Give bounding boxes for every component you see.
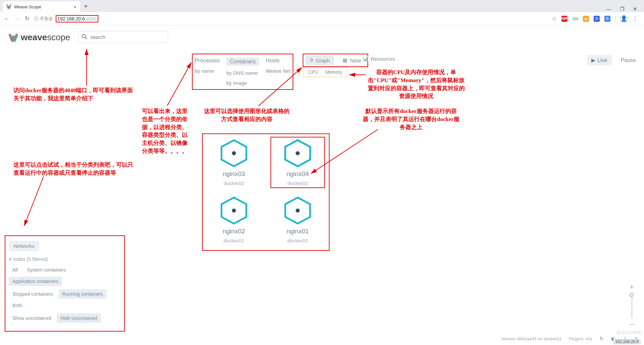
minimize-icon[interactable]: — (606, 6, 611, 12)
bookmark-star-icon[interactable]: ☆ (552, 15, 557, 22)
containers-byimage[interactable]: by image (227, 80, 247, 86)
url-host: 192.168.20.6 (57, 16, 85, 21)
search-box[interactable] (78, 31, 168, 43)
profile-icon[interactable]: 👤 (620, 15, 628, 22)
insecure-label: 不安全 (40, 16, 53, 22)
play-icon: ▶ (591, 57, 595, 63)
processes-byname[interactable]: by name (195, 68, 214, 74)
zoom-handle[interactable] (630, 293, 634, 297)
tab-title: Weave Scope (14, 4, 41, 9)
filter-panel: Networks 4 nodes (5 filtered) All System… (5, 235, 125, 332)
memory-metric-button[interactable]: Memory (326, 69, 343, 75)
browser-menu-icon[interactable]: ⋮ (632, 15, 638, 22)
container-node[interactable]: nginx01docker01 (273, 196, 323, 243)
nodes-count: 4 nodes (5 filtered) (9, 256, 121, 262)
container-node[interactable]: nginx03docker02 (209, 139, 259, 186)
node-host: docker02 (224, 180, 244, 186)
container-node[interactable]: nginx04docker02 (270, 137, 325, 188)
address-bar: ← → ↻ ⓘ不安全 192.168.20.6:4040 ☆ ABP 200 ◐… (0, 12, 644, 25)
back-button[interactable]: ← (4, 15, 10, 22)
weave-favicon (6, 4, 11, 10)
anno-nodes: 默认显示所有docker服务器运行的容器，并且表明了其运行在哪台docker服务… (362, 107, 460, 131)
zoom-out-button[interactable]: − (630, 320, 634, 329)
window-controls: — ❐ ✕ (606, 6, 644, 12)
logo-text-bold: weave (21, 32, 47, 42)
url-port: :4040 (85, 16, 97, 21)
node-host: docker01 (224, 238, 244, 243)
zoom-in-button[interactable]: + (630, 283, 634, 291)
translate-extension-icon[interactable]: G (604, 16, 610, 22)
svg-point-0 (82, 35, 86, 38)
metrics-selector: CPU Memory (303, 67, 347, 77)
svg-line-1 (85, 38, 87, 39)
search-input[interactable] (90, 34, 165, 40)
containers-tab[interactable]: Containers (227, 58, 259, 66)
ip-watermark: 192.168.20.6 (613, 339, 641, 344)
anno-view: 这里可以选择使用图形化或表格的方式查看相应的内容 (203, 107, 290, 123)
window-close-icon[interactable]: ✕ (633, 6, 637, 12)
reload-button[interactable]: ↻ (25, 15, 30, 22)
new-tab-button[interactable]: + (80, 1, 92, 12)
maximize-icon[interactable]: ❐ (620, 6, 624, 12)
container-nodes-area: nginx03docker02nginx04docker02nginx02doc… (202, 133, 330, 251)
zoom-slider[interactable] (632, 293, 632, 318)
hexagon-icon (219, 196, 248, 225)
pause-button[interactable]: Pause (621, 57, 636, 63)
svg-point-10 (296, 209, 300, 213)
filter-show-uncontained[interactable]: Show uncontained (9, 313, 55, 323)
node-host: docker02 (287, 180, 308, 186)
ext-badge-200: 200 (572, 17, 578, 21)
plugins-label: Plugins: n/a (569, 336, 592, 341)
processes-tab[interactable]: Processes (195, 58, 220, 64)
hexagon-icon (283, 139, 312, 168)
svg-line-12 (167, 62, 191, 106)
node-host: docker01 (287, 238, 308, 243)
cpu-metric-button[interactable]: CPU (308, 69, 318, 75)
abp-extension-icon[interactable]: ABP (561, 16, 567, 22)
filter-hide-uncontained[interactable]: Hide uncontained (57, 313, 101, 323)
extension-icon-2[interactable]: ◐ (583, 16, 589, 22)
browser-tab[interactable]: Weave Scope × (3, 1, 80, 12)
container-node[interactable]: nginx02docker01 (209, 196, 259, 243)
hosts-tab[interactable]: Hosts (266, 58, 280, 64)
hexagon-icon (219, 139, 248, 168)
hexagon-icon (283, 196, 312, 225)
anno-url: 访问docker服务器的4040端口，即可看到该界面关于其功能，我这里简单介绍下 (13, 87, 138, 103)
separator (615, 16, 615, 22)
forward-button[interactable]: → (14, 15, 20, 22)
browser-tab-strip: Weave Scope × + — ❐ ✕ (0, 0, 644, 12)
close-tab-icon[interactable]: × (73, 4, 77, 10)
filter-all[interactable]: All (9, 265, 21, 275)
resources-icon: 📊 (362, 56, 369, 62)
url-host-highlight: 192.168.20.6:4040 (56, 15, 98, 22)
filter-both[interactable]: Both (9, 301, 26, 310)
graph-view-button[interactable]: ⚞Graph (305, 56, 334, 65)
node-name: nginx03 (223, 170, 245, 178)
networks-label[interactable]: Networks (9, 241, 39, 251)
resources-view-button[interactable]: 📊Resources (362, 56, 395, 62)
filter-system-containers[interactable]: System containers (23, 265, 69, 275)
watermark: @51CTO博客 (616, 330, 641, 336)
anno-topo: 可以看出来，这里也是一个分类的依据，以进程分类、容器类型分类、以主机分类、以镜像… (142, 107, 192, 155)
svg-line-16 (24, 176, 44, 226)
logo-text-light: scope (47, 32, 70, 42)
filter-stopped-containers[interactable]: Stopped containers (9, 289, 57, 299)
svg-point-6 (296, 151, 300, 155)
node-name: nginx01 (287, 228, 309, 235)
filter-running-containers[interactable]: Running containers (59, 289, 107, 299)
hosts-weavenet[interactable]: Weave Net (266, 68, 291, 74)
url-box[interactable]: ⓘ不安全 192.168.20.6:4040 (34, 15, 547, 22)
search-icon (82, 34, 87, 40)
svg-point-3 (232, 151, 236, 155)
live-button[interactable]: ▶Live (587, 55, 612, 65)
graph-icon: ⚞ (309, 57, 314, 63)
table-view-button[interactable]: ▦Table (339, 56, 365, 65)
topology-selector: Processes by name Containers by DNS name… (192, 54, 293, 90)
node-name: nginx04 (287, 170, 309, 178)
extension-icon-3[interactable]: ⓘ (594, 16, 600, 22)
filter-application-containers[interactable]: Application containers (9, 277, 62, 286)
containers-bydns[interactable]: by DNS name (227, 70, 258, 76)
info-icon[interactable]: ⓘ (34, 16, 39, 22)
zoom-controls: + − (630, 283, 634, 329)
refresh-icon[interactable]: ↻ (599, 336, 604, 342)
